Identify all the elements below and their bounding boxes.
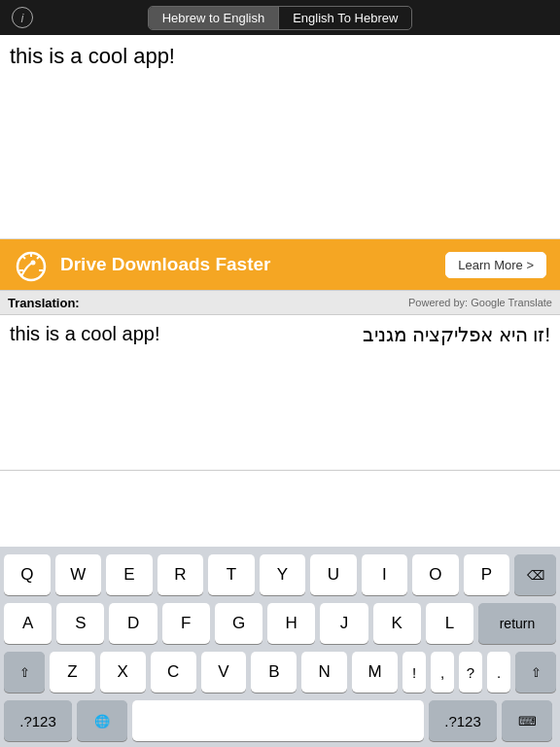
key-B[interactable]: B: [251, 652, 297, 693]
top-bar: i Hebrew to English English To Hebrew: [0, 0, 560, 35]
input-area[interactable]: this is a cool app!: [0, 35, 560, 239]
key-G[interactable]: G: [215, 603, 262, 644]
space-key[interactable]: [132, 700, 424, 741]
key-A[interactable]: A: [4, 603, 52, 644]
key-P[interactable]: P: [464, 554, 510, 595]
key-W[interactable]: W: [55, 554, 102, 595]
key-Z[interactable]: Z: [50, 652, 95, 693]
tab-english-to-hebrew[interactable]: English To Hebrew: [279, 7, 411, 29]
key-exclaim[interactable]: !: [402, 652, 426, 693]
speedometer-icon: [14, 247, 49, 282]
key-I[interactable]: I: [362, 554, 408, 595]
translation-right-text: !זו היא אפליקציה מגניב: [363, 323, 550, 346]
globe-key[interactable]: 🌐: [77, 700, 127, 741]
keyboard-row-2: A S D F G H J K L return: [4, 603, 556, 644]
key-S[interactable]: S: [56, 603, 104, 644]
info-icon[interactable]: i: [12, 7, 33, 28]
tab-group: Hebrew to English English To Hebrew: [148, 6, 413, 30]
translation-body: this is a cool app! !זו היא אפליקציה מגנ…: [0, 315, 560, 471]
shift-right-key[interactable]: ⇧: [515, 652, 556, 693]
keyboard-row-3: ⇧ Z X C V B N M ! , ? . ⇧: [4, 652, 556, 693]
key-K[interactable]: K: [373, 603, 421, 644]
input-text: this is a cool app!: [10, 43, 550, 71]
ad-banner[interactable]: Drive Downloads Faster Learn More >: [0, 239, 560, 290]
key-V[interactable]: V: [201, 652, 247, 693]
key-O[interactable]: O: [412, 554, 459, 595]
emoji-key[interactable]: ⌨: [502, 700, 552, 741]
key-R[interactable]: R: [158, 554, 204, 595]
key-M[interactable]: M: [352, 652, 398, 693]
key-H[interactable]: H: [267, 603, 315, 644]
translation-label: Translation:: [8, 296, 80, 310]
key-N[interactable]: N: [301, 652, 347, 693]
keyboard-row-1: Q W E R T Y U I O P ⌫: [4, 554, 556, 595]
shift-left-key[interactable]: ⇧: [4, 652, 45, 693]
tab-hebrew-to-english[interactable]: Hebrew to English: [149, 7, 279, 29]
numbers-key-left[interactable]: .?123: [4, 700, 72, 741]
key-U[interactable]: U: [310, 554, 357, 595]
powered-by: Powered by: Google Translate: [408, 297, 552, 308]
key-Y[interactable]: Y: [260, 554, 306, 595]
svg-point-1: [31, 261, 36, 266]
key-L[interactable]: L: [426, 603, 473, 644]
learn-more-button[interactable]: Learn More >: [445, 252, 546, 278]
keyboard: Q W E R T Y U I O P ⌫ A S D F G H J K L …: [0, 547, 560, 747]
key-D[interactable]: D: [109, 603, 157, 644]
ad-text: Drive Downloads Faster: [60, 254, 434, 275]
numbers-key-right[interactable]: .?123: [429, 700, 497, 741]
return-key[interactable]: return: [478, 603, 556, 644]
key-X[interactable]: X: [100, 652, 146, 693]
key-Q[interactable]: Q: [4, 554, 51, 595]
key-comma[interactable]: ,: [431, 652, 454, 693]
translation-header: Translation: Powered by: Google Translat…: [0, 290, 560, 315]
key-C[interactable]: C: [151, 652, 196, 693]
key-period[interactable]: .: [487, 652, 510, 693]
key-J[interactable]: J: [320, 603, 368, 644]
keyboard-row-4: .?123 🌐 .?123 ⌨: [4, 700, 556, 741]
key-E[interactable]: E: [106, 554, 153, 595]
key-F[interactable]: F: [162, 603, 210, 644]
delete-key[interactable]: ⌫: [514, 554, 556, 595]
translation-left-text: this is a cool app!: [10, 323, 160, 345]
key-question[interactable]: ?: [459, 652, 482, 693]
key-T[interactable]: T: [208, 554, 255, 595]
